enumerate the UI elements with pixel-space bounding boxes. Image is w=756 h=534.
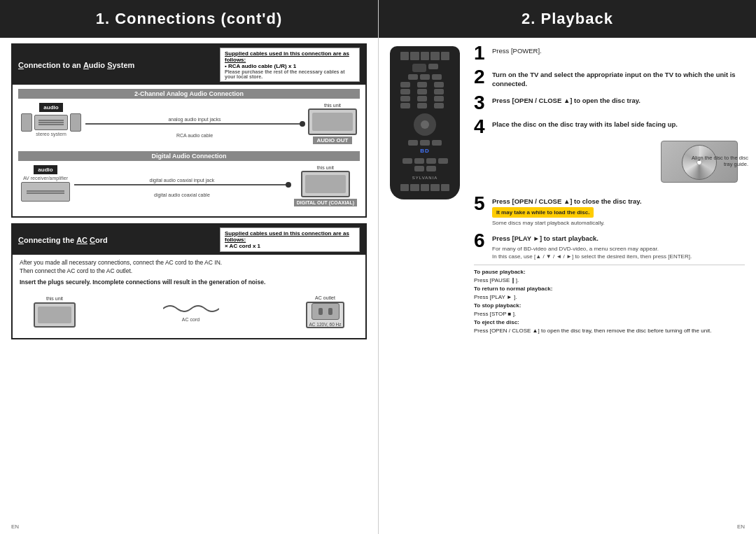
led-2 (410, 52, 419, 60)
led-5 (441, 52, 449, 60)
remote-numpad (400, 82, 449, 108)
step-5-number: 5 (474, 194, 489, 213)
step-1-number: 1 (474, 43, 489, 63)
step-1: 1 Press [POWER]. (474, 43, 745, 63)
audio-badge-2: audio (34, 165, 57, 174)
outlet-face (312, 303, 340, 320)
av-receiver-box (21, 182, 70, 202)
audio-badge-1: audio (39, 103, 62, 112)
ac-unit-device (34, 302, 76, 328)
rcvr-line-2 (38, 122, 64, 123)
audio-out-label: AUDIO OUT (313, 136, 353, 144)
voltage-label: AC 120V, 60 Hz (309, 322, 341, 327)
resume-cmd: Press [PLAY ► ]. (474, 293, 745, 302)
step-6-number: 6 (474, 231, 489, 251)
numpad-7 (400, 96, 410, 101)
remote-nav-2 (420, 140, 430, 146)
digital-cable-label: digital audio coaxial cable (154, 192, 210, 197)
remote-nav-1 (408, 140, 418, 146)
numpad-9 (434, 96, 444, 101)
speaker-left (21, 113, 32, 132)
remote-btn-extra-2 (426, 166, 436, 171)
audio-system-body: 2-Channel Analog Audio Connection audio (13, 85, 365, 216)
this-unit-digital: this unit DIGITAL OUT (COAXIAL) (294, 165, 357, 206)
left-header-text: 1. Connections (cont'd) (96, 10, 283, 27)
step-5: 5 Press [OPEN / CLOSE ▲] to close the di… (474, 194, 745, 227)
rcvr-line-1 (38, 120, 64, 121)
ac-outlet-label: AC outlet (315, 295, 335, 300)
rca-cable-label: RCA audio cable (176, 133, 213, 138)
analog-jacks-label: analog audio input jacks (168, 117, 220, 122)
this-unit-analog: this unit AUDIO OUT (308, 103, 357, 146)
disc-tray-area: Align the disc to the disc tray guide. (474, 141, 745, 190)
numpad-2 (417, 82, 427, 87)
stereo-label: stereo system (36, 132, 66, 136)
digital-label: Digital Audio Connection (18, 151, 360, 161)
receiver-box (34, 115, 68, 130)
numpad-8 (417, 96, 427, 101)
led-3 (421, 52, 429, 60)
unit-device-2 (301, 171, 350, 197)
remote-power-btn (412, 64, 426, 72)
step-5-sub: Some discs may start playback automatica… (492, 219, 745, 227)
step-6: 6 Press [PLAY ►] to start playback. For … (474, 231, 745, 260)
ac-cable-area: AC cord (81, 302, 300, 322)
ac-unit-inner (38, 307, 71, 323)
ac-cord-header: Connecting the AC Cord Supplied cables u… (13, 225, 365, 255)
av-rcvr-line-1 (27, 190, 64, 192)
outlet-hole-1 (318, 308, 323, 315)
b-led-1 (400, 184, 409, 191)
outlet-box: AC 120V, 60 Hz (306, 302, 344, 328)
supplied-cable-item-2: Please purchase the rest of the necessar… (225, 69, 355, 79)
outlet-hole-2 (328, 308, 332, 315)
numpad-1 (400, 82, 410, 87)
audio-system-header: Connection to an Audio System Supplied c… (13, 45, 365, 85)
eject-title: To eject the disc: (474, 318, 745, 327)
step-6-sub: For many of BD-video and DVD-video, a me… (492, 245, 692, 260)
pause-cmd: Press [PAUSE ‖ ]. (474, 276, 745, 285)
stop-title: To stop playback: (474, 302, 745, 310)
ac-cord-section: Connecting the AC Cord Supplied cables u… (11, 223, 367, 339)
press-commands: To pause playback: Press [PAUSE ‖ ]. To … (474, 265, 745, 335)
supplied-cable-item-1: • RCA audio cable (L/R) x 1 (225, 63, 355, 69)
remote-top-leds (400, 52, 449, 60)
numpad-3 (434, 82, 444, 87)
digital-out-label: DIGITAL OUT (COAXIAL) (294, 199, 357, 206)
pb-btn-4 (438, 158, 448, 164)
stereo-system-diagram (21, 113, 81, 132)
right-header-text: 2. Playback (522, 10, 613, 27)
step-2: 2 Turn on the TV and select the appropri… (474, 67, 745, 89)
remote-enter-btn (421, 120, 429, 129)
left-header: 1. Connections (cont'd) (0, 0, 378, 38)
av-receiver-label: AV receiver/amplifier (23, 176, 68, 181)
pb-btn-3 (426, 158, 436, 164)
ac-cord-text1: After you made all necessary connections… (20, 259, 358, 276)
audio-system-box: Connection to an Audio System Supplied c… (11, 43, 367, 218)
pause-title: To pause playback: (474, 268, 745, 276)
remote-column: BD SYLVANIA (390, 43, 467, 335)
disc-tray-label: Align the disc to the disc tray guide. (685, 155, 748, 169)
ac-outlet: AC outlet AC 120V, 60 Hz (306, 295, 344, 328)
step-6-text: Press [PLAY ►] to start playback. For ma… (492, 231, 692, 260)
av-rcvr-line-2 (27, 192, 64, 194)
numpad-5 (417, 89, 427, 94)
remote-row-2 (408, 74, 442, 80)
outlet-holes (317, 308, 334, 315)
numpad-10 (400, 103, 410, 108)
right-page: 2. Playback (378, 0, 756, 534)
remote-control: BD SYLVANIA (390, 46, 460, 199)
stop-cmd: Press [STOP ■ ]. (474, 310, 745, 318)
supplied-cables-info: Supplied cables used in this connection … (220, 48, 360, 82)
this-unit-label-1: this unit (324, 103, 341, 108)
this-unit-label-2: this unit (317, 165, 334, 170)
digital-connection-section: Digital Audio Connection audio AV receiv… (18, 151, 360, 208)
bluray-logo: BD (420, 148, 430, 154)
remote-btn-3 (420, 74, 430, 80)
ac-cable-svg (163, 302, 219, 316)
pb-btn-2 (414, 158, 424, 164)
unit-device-1 (308, 108, 357, 135)
remote-dpad (414, 113, 436, 136)
page-num-right: EN (737, 524, 745, 530)
numpad-11 (417, 103, 427, 108)
b-led-3 (421, 184, 429, 191)
